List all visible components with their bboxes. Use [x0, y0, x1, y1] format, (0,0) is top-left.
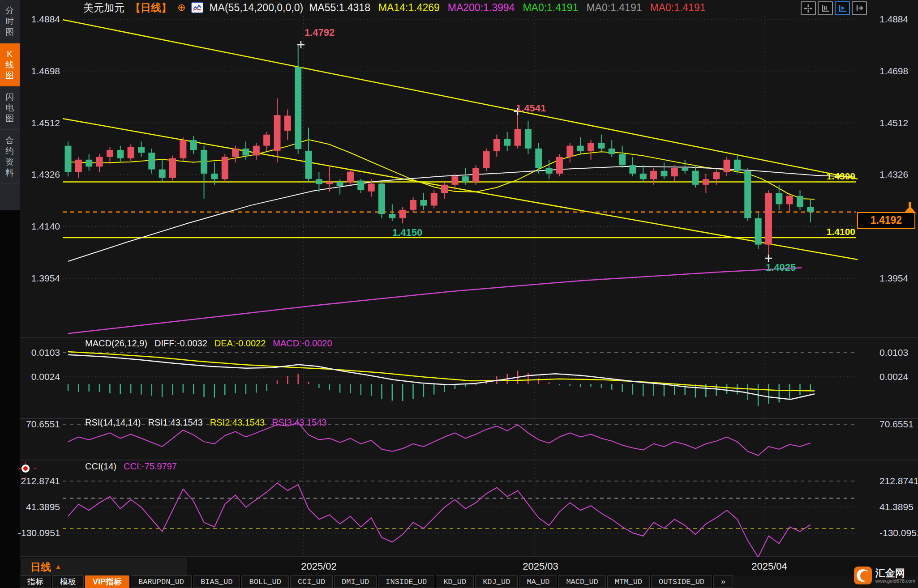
period-arrow-icon[interactable]: ▲ — [55, 563, 62, 571]
cci-axis-right-0: 212.8741 — [879, 476, 918, 486]
price-axis-label-right-1: 1.4698 — [879, 66, 918, 77]
cci-axis-left-1: 41.3895 — [18, 502, 60, 512]
tab-vip[interactable]: VIP指标 — [85, 575, 129, 588]
tab-cci_ud[interactable]: CCI_UD — [290, 575, 333, 588]
trading-app-window: 分时图K线图闪电图合约资料 美元加元 【日线】 ⊕ MA(55,14,200,0… — [0, 0, 918, 588]
price-axis-label-right-0: 1.4884 — [879, 14, 918, 25]
price-axis-label-left-3: 1.4326 — [18, 169, 60, 180]
macd-title: MACD(26,12,9) — [85, 338, 147, 349]
rsi2-value: RSI2:43.1543 — [210, 418, 265, 428]
rsi-axis-right-0: 70.6551 — [879, 419, 918, 430]
macd-axis-right-1: 0.0024 — [879, 371, 918, 382]
ma-value-4: MA0:1.4191 — [586, 2, 642, 14]
macd-diff-line — [68, 355, 815, 400]
tab-mtm_ud[interactable]: MTM_UD — [607, 575, 650, 588]
rsi3-value: RSI3:43.1543 — [272, 418, 326, 428]
cci-value: CCI:-75.9797 — [124, 461, 177, 472]
ma200-line — [68, 268, 802, 333]
tab-macd_ud[interactable]: MACD_UD — [558, 575, 605, 588]
ma-values: MA55:1.4318MA14:1.4269MA200:1.3994MA0:1.… — [309, 2, 705, 14]
tab-ma_ud[interactable]: MA_UD — [519, 575, 557, 588]
ma-value-5: MA0:1.4191 — [650, 2, 705, 14]
price-axis-label-left-5: 1.3954 — [18, 273, 60, 284]
period-label[interactable]: 日线 — [30, 560, 51, 574]
level-label-1: 1.4100 — [823, 226, 855, 237]
tab-[interactable]: 指标 — [20, 575, 51, 588]
price-axis-label-right-2: 1.4512 — [879, 118, 918, 128]
price-axis-label-left-1: 1.4698 — [18, 66, 60, 77]
macd-axis-left-0: 0.0103 — [18, 347, 60, 358]
ma55-line — [68, 166, 854, 261]
trendlines — [63, 20, 858, 260]
tab-barupdn_ud[interactable]: BARUPDN_UD — [131, 575, 192, 588]
date-label-1: 2025/03 — [523, 561, 558, 572]
level-label-0: 1.4300 — [823, 171, 855, 182]
macd-diff-value: DIFF:-0.0032 — [154, 338, 207, 349]
rsi-axis-left-0: 70.6551 — [18, 419, 60, 430]
add-compare-icon[interactable]: ⊕ — [177, 2, 185, 13]
tab-[interactable]: 模板 — [52, 575, 84, 588]
tab-kd_ud[interactable]: KD_UD — [436, 575, 474, 588]
cci-title: CCI(14) — [85, 461, 116, 472]
price-marker-cross — [765, 255, 772, 262]
price-axis-label-left-0: 1.4884 — [18, 14, 60, 25]
drawing-anchor-icon[interactable] — [21, 464, 30, 473]
cci-axis-left-0: 212.8741 — [18, 476, 60, 486]
site-logo: 汇金网 www.gold678.com — [854, 567, 915, 584]
period-selector[interactable]: 日线 ▲ — [21, 558, 187, 576]
crosshair-icon[interactable] — [801, 1, 816, 15]
macd-panel-title: MACD(26,12,9) DIFF:-0.0032 DEA:-0.0022 M… — [85, 338, 332, 349]
price-annotation-0: 1.4792 — [305, 27, 335, 38]
date-label-2: 2025/04 — [751, 561, 787, 572]
indicator-tab-bar: 指标模板VIP指标BARUPDN_UDBIAS_UDBOLL_UDCCI_UDD… — [20, 575, 733, 588]
ma-value-0: MA55:1.4318 — [309, 2, 370, 14]
logo-url: www.gold678.com — [875, 578, 915, 584]
price-axis-label-right-4: 1.3954 — [879, 273, 918, 284]
axis-shift-icon[interactable] — [852, 1, 867, 15]
symbol-name: 美元加元 — [83, 1, 124, 15]
price-axis-label-right-3: 1.4326 — [879, 169, 918, 180]
macd-dea-line — [68, 352, 815, 391]
mini-chart-icon[interactable] — [191, 2, 203, 13]
tab-outside_ud[interactable]: OUTSIDE_UD — [651, 575, 712, 588]
ma-value-1: MA14:1.4269 — [378, 2, 440, 14]
logo-name: 汇金网 — [875, 568, 915, 578]
tab-[interactable]: » — [713, 575, 733, 588]
rsi-title: RSI(14,14,14) — [85, 418, 141, 428]
cci-panel-title: CCI(14) CCI:-75.9797 — [85, 461, 177, 472]
chart-toolbar — [801, 1, 867, 15]
chart-canvas[interactable] — [0, 0, 918, 557]
tab-inside_ud[interactable]: INSIDE_UD — [378, 575, 434, 588]
tab-bias_ud[interactable]: BIAS_UD — [193, 575, 240, 588]
price-annotation-3: 1.4025 — [766, 262, 796, 273]
cci-axis-right-1: 41.3895 — [879, 502, 918, 512]
cci-axis-left-2: -130.0951 — [18, 528, 60, 538]
ma-value-2: MA200:1.3994 — [448, 2, 515, 14]
macd-dea-value: DEA:-0.0022 — [214, 338, 266, 349]
axis-range-icon[interactable] — [818, 1, 833, 15]
tab-kdj_ud[interactable]: KDJ_UD — [475, 575, 518, 588]
price-annotation-1: 1.4541 — [516, 102, 546, 114]
macd-axis-left-1: 0.0024 — [18, 371, 60, 382]
current-price-badge: 1.4192 — [857, 212, 915, 229]
logo-icon — [854, 567, 872, 584]
price-axis-label-left-2: 1.4512 — [18, 118, 60, 128]
tab-dmi_ud[interactable]: DMI_UD — [334, 575, 377, 588]
rsi1-value: RSI1:43.1543 — [148, 418, 203, 428]
rsi-panel-title: RSI(14,14,14) RSI1:43.1543 RSI2:43.1543 … — [85, 418, 327, 428]
chart-header: 美元加元 【日线】 ⊕ MA(55,14,200,0,0,0) MA55:1.4… — [83, 1, 706, 14]
date-label-0: 2025/02 — [301, 561, 337, 572]
period-tag[interactable]: 【日线】 — [130, 1, 172, 15]
macd-histogram — [68, 371, 811, 406]
cci-axis-right-2: -130.0951 — [879, 528, 918, 538]
axis-play-icon[interactable] — [835, 1, 850, 15]
ma-value-3: MA0:1.4191 — [523, 2, 578, 14]
ma-settings-text[interactable]: MA(55,14,200,0,0,0) — [209, 2, 303, 14]
cci-line — [68, 483, 811, 557]
macd-value: MACD:-0.0020 — [273, 338, 332, 349]
price-annotation-2: 1.4150 — [392, 227, 422, 239]
tab-boll_ud[interactable]: BOLL_UD — [241, 575, 288, 588]
price-axis-label-left-4: 1.4140 — [18, 221, 60, 232]
macd-axis-right-0: 0.0103 — [879, 347, 918, 358]
